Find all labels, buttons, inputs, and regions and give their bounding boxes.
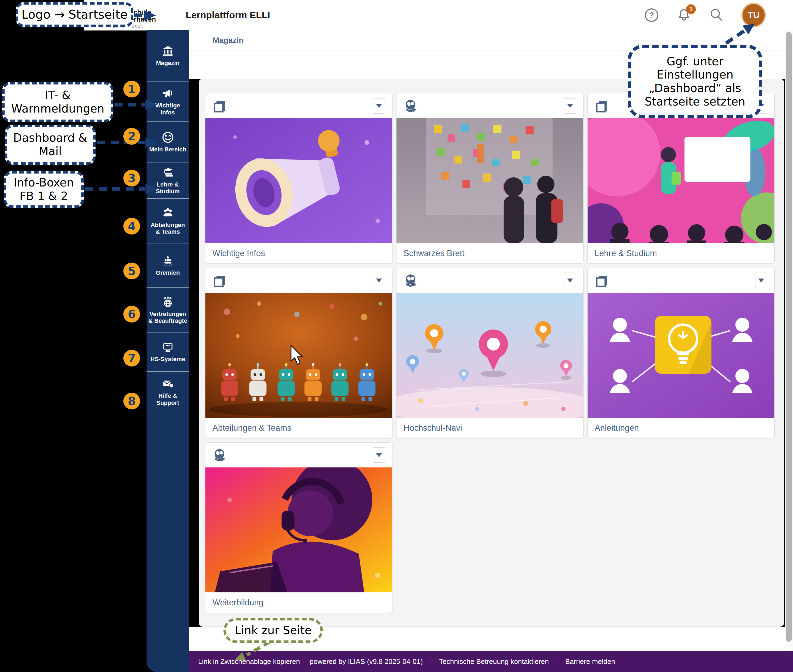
- card-title[interactable]: Wichtige Infos: [205, 243, 392, 263]
- search-button[interactable]: [709, 8, 724, 23]
- footer-separator: ·: [556, 658, 558, 666]
- annotation-text: Logo → Startseite: [21, 7, 127, 22]
- card-actions-dropdown[interactable]: [755, 273, 767, 288]
- card-image-presentation: [588, 118, 774, 243]
- sidebar-item-hilfe-support[interactable]: ? Hilfe & Support: [147, 372, 189, 412]
- chevron-down-icon: [376, 278, 382, 283]
- page-title: Lernplattform ELLI: [186, 10, 270, 21]
- sidebar-item-wichtige-infos[interactable]: Wichtige Infos: [147, 82, 189, 122]
- annotation-text: Link zur Seite: [235, 624, 311, 637]
- people-group-icon: [162, 207, 174, 219]
- card-title[interactable]: Schwarzes Brett: [396, 243, 583, 263]
- sidebar-item-lehre-studium[interactable]: Lehre & Studium: [147, 162, 189, 199]
- card-abteilungen-teams[interactable]: Abteilungen & Teams: [205, 268, 392, 438]
- annotation-link-zur-seite-callout: Link zur Seite: [223, 618, 323, 643]
- sidebar-item-label: Hilfe & Support: [148, 392, 187, 406]
- card-image-pinboard: [396, 118, 583, 243]
- footer-separator: ·: [430, 658, 432, 666]
- svg-text:?: ?: [170, 384, 172, 387]
- breadcrumb-magazin[interactable]: Magazin: [213, 36, 244, 45]
- card-actions-dropdown[interactable]: [373, 98, 385, 114]
- notifications-button[interactable]: 1: [676, 8, 692, 23]
- card-image-robots: [205, 293, 392, 418]
- sidebar-item-label: Magazin: [156, 60, 179, 66]
- committee-icon: [162, 254, 174, 267]
- sidebar-item-label: Wichtige Infos: [148, 102, 187, 116]
- card-image-map-pins: [396, 293, 583, 418]
- sidebar-item-label: Abteilungen & Teams: [148, 222, 187, 235]
- card-anleitungen[interactable]: Anleitungen: [587, 268, 775, 438]
- footer-contact-link[interactable]: Technische Betreuung kontaktieren: [439, 658, 549, 666]
- chevron-down-icon: [376, 453, 382, 457]
- annotation-text: Ggf. unter: [667, 55, 723, 68]
- sidebar-item-vertretungen-beauftragte[interactable]: Vertretungen & Beauftragte: [147, 288, 189, 333]
- chevron-down-icon: [567, 104, 573, 108]
- help-button[interactable]: ?: [644, 8, 659, 23]
- annotation-infoboxen-callout: Info-Boxen FB 1 & 2: [4, 171, 84, 208]
- folder-icon: [212, 274, 226, 287]
- card-weiterbildung[interactable]: Weiterbildung: [205, 442, 392, 613]
- monitor-icon: [162, 341, 174, 353]
- annotation-badge-8: 8: [123, 393, 140, 410]
- card-schwarzes-brett[interactable]: Schwarzes Brett: [396, 93, 583, 264]
- annotation-text: „Dashboard“ als: [649, 82, 742, 95]
- search-icon: [709, 8, 724, 23]
- footer: Link in Zwischenablage kopieren powered …: [189, 651, 793, 672]
- footer-copy-link[interactable]: Link in Zwischenablage kopieren: [198, 658, 300, 666]
- card-image-megaphone: [205, 118, 392, 243]
- annotation-dashboard-mail-callout: Dashboard & Mail: [5, 125, 96, 165]
- notification-count-badge: 1: [686, 4, 696, 14]
- weblink-icon: [404, 99, 418, 113]
- chevron-down-icon: [376, 104, 382, 108]
- card-title[interactable]: Weiterbildung: [205, 592, 392, 613]
- sidebar-item-mein-bereich[interactable]: Mein Bereich: [147, 122, 189, 162]
- globe-people-icon: [162, 296, 174, 308]
- folder-icon: [212, 99, 226, 113]
- megaphone-icon: [162, 87, 174, 99]
- card-title[interactable]: Lehre & Studium: [588, 243, 774, 263]
- annotation-it-warnmeldungen-callout: IT- & Warnmeldungen: [2, 82, 113, 122]
- card-actions-dropdown[interactable]: [564, 273, 576, 288]
- sidebar-item-magazin[interactable]: Magazin: [147, 30, 189, 82]
- annotation-text: Startseite setzten: [645, 95, 745, 109]
- scrollbar-thumb[interactable]: [786, 32, 791, 642]
- sidebar-item-abteilungen-teams[interactable]: Abteilungen & Teams: [147, 199, 189, 243]
- annotation-dashboard-startseite-callout: Ggf. unter Einstellungen „Dashboard“ als…: [628, 45, 762, 118]
- card-title[interactable]: Hochschul-Navi: [396, 418, 583, 438]
- folder-icon: [594, 274, 609, 287]
- card-title[interactable]: Abteilungen & Teams: [205, 418, 392, 438]
- sidebar-item-label: Vertretungen & Beauftragte: [148, 310, 187, 325]
- annotation-badge-5: 5: [123, 262, 140, 279]
- card-actions-dropdown[interactable]: [564, 98, 576, 114]
- footer-report-barrier-link[interactable]: Barriere melden: [565, 658, 615, 666]
- card-title[interactable]: Anleitungen: [588, 418, 774, 438]
- annotation-text: Warnmeldungen: [11, 102, 104, 115]
- card-hochschul-navi[interactable]: Hochschul-Navi: [396, 268, 583, 438]
- footer-powered-by[interactable]: powered by ILIAS (v9.8 2025-04-01): [309, 658, 423, 666]
- card-actions-dropdown[interactable]: [373, 273, 385, 288]
- sidebar-item-label: Mein Bereich: [149, 146, 186, 153]
- sidebar-item-label: Lehre & Studium: [148, 181, 187, 195]
- annotation-text: IT- &: [45, 88, 70, 102]
- graduation-books-icon: [162, 166, 174, 179]
- annotation-badge-7: 7: [123, 350, 140, 366]
- card-wichtige-infos[interactable]: Wichtige Infos: [205, 93, 392, 264]
- annotated-screenshot: 50 Hochschule Bremerhaven 1975 – 2025 Le…: [0, 0, 793, 672]
- annotation-text: Dashboard &: [13, 131, 87, 145]
- user-avatar[interactable]: TU: [741, 3, 766, 27]
- main-sidebar: Magazin Wichtige Infos Mein Bereich Lehr…: [147, 30, 189, 672]
- card-actions-dropdown[interactable]: [373, 447, 385, 463]
- repository-tile-grid: Wichtige Infos: [205, 93, 775, 613]
- mail-question-icon: ?: [162, 378, 174, 390]
- card-lehre-studium[interactable]: Lehre & Studium: [587, 93, 775, 264]
- sidebar-item-hs-systeme[interactable]: HS-Systeme: [147, 333, 189, 372]
- scrollbar-track[interactable]: [785, 30, 793, 651]
- chevron-down-icon: [567, 278, 573, 283]
- sidebar-item-gremien[interactable]: Gremien: [147, 243, 189, 288]
- annotation-badge-1: 1: [123, 81, 140, 98]
- folder-icon: [594, 99, 609, 113]
- avatar-initials: TU: [748, 10, 759, 20]
- weblink-icon: [404, 274, 418, 287]
- annotation-badge-2: 2: [123, 128, 140, 145]
- annotation-badge-3: 3: [123, 170, 140, 187]
